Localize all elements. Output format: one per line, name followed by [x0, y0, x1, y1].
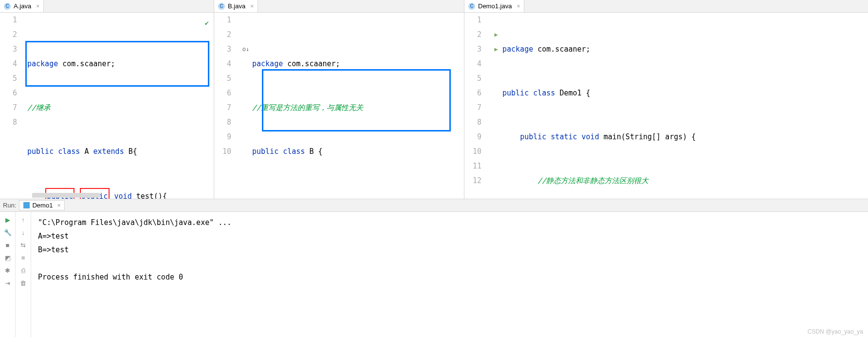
- run-toolbar-secondary: ↑ ↓ ⇆ ≡ ⎙ 🗑: [16, 212, 31, 337]
- tab-demo1-java[interactable]: C Demo1.java ×: [464, 0, 524, 12]
- editor-pane-a: C A.java × ✔ 12345678 package com.scaane…: [0, 0, 214, 199]
- close-icon[interactable]: ×: [57, 202, 60, 209]
- console-line: B=>test: [38, 243, 861, 257]
- bug-icon[interactable]: ✱: [4, 266, 12, 274]
- editor-pane-b: C B.java × 12345678910 o↓ package com.sc…: [214, 0, 464, 199]
- tab-a-java[interactable]: C A.java ×: [0, 0, 44, 12]
- run-gutter-icon[interactable]: ▶: [491, 42, 501, 56]
- wrench-icon[interactable]: 🔧: [4, 228, 12, 236]
- gutter-marks-b: o↓: [240, 13, 251, 199]
- up-arrow-icon[interactable]: ↑: [19, 216, 27, 224]
- tab-bar-b: C B.java ×: [214, 0, 464, 13]
- camera-icon[interactable]: ◩: [4, 254, 12, 262]
- code-area-demo[interactable]: 123456789101112 ▶▶ package com.scaaner; …: [464, 13, 868, 199]
- tab-bar-a: C A.java ×: [0, 0, 214, 13]
- down-arrow-icon[interactable]: ↓: [19, 228, 27, 236]
- run-panel: Run: Demo1 × ▶ 🔧 ■ ◩ ✱ ⇥ ↑ ↓ ⇆ ≡ ⎙: [0, 199, 868, 337]
- run-gutter-icon[interactable]: ▶: [491, 27, 501, 42]
- run-tab-label: Demo1: [32, 202, 53, 209]
- console-line: Process finished with exit code 0: [38, 270, 861, 284]
- run-tab-demo1[interactable]: Demo1 ×: [19, 200, 65, 210]
- code-area-b[interactable]: 12345678910 o↓ package com.scaaner; //重写…: [214, 13, 464, 199]
- watermark: CSDN @yao_yao_ya: [808, 328, 863, 335]
- scroll-to-end-icon[interactable]: ≡: [19, 254, 27, 262]
- gutter-a: 12345678: [0, 13, 26, 199]
- close-icon[interactable]: ×: [517, 3, 520, 10]
- gutter-marks-demo: ▶▶: [491, 13, 501, 199]
- stop-icon[interactable]: ■: [4, 241, 12, 249]
- run-toolbar-primary: ▶ 🔧 ■ ◩ ✱ ⇥: [0, 212, 16, 337]
- gutter-demo: 123456789101112: [464, 13, 491, 199]
- console-output[interactable]: "C:\Program Files\java\jdk\bin\java.exe"…: [31, 212, 868, 337]
- horizontal-scrollbar-thumb[interactable]: [32, 193, 100, 198]
- console-line: [38, 257, 861, 270]
- close-icon[interactable]: ×: [36, 3, 39, 10]
- editor-pane-demo: C Demo1.java × 123456789101112 ▶▶ packag…: [464, 0, 868, 199]
- rerun-icon[interactable]: ▶: [4, 216, 12, 224]
- tab-label: A.java: [14, 2, 31, 10]
- tab-b-java[interactable]: C B.java ×: [214, 0, 258, 12]
- run-config-icon: [23, 202, 30, 208]
- tab-label: B.java: [228, 2, 245, 10]
- java-class-icon: C: [218, 3, 225, 10]
- soft-wrap-icon[interactable]: ⇆: [19, 241, 27, 249]
- run-label: Run:: [3, 202, 16, 209]
- print-icon[interactable]: ⎙: [19, 266, 27, 274]
- tab-label: Demo1.java: [478, 2, 512, 10]
- tab-bar-demo: C Demo1.java ×: [464, 0, 868, 13]
- console-line: A=>test: [38, 229, 861, 243]
- trash-icon[interactable]: 🗑: [19, 279, 27, 287]
- java-class-run-icon: C: [468, 3, 475, 10]
- java-class-icon: C: [4, 3, 11, 10]
- gutter-b: 12345678910: [214, 13, 240, 199]
- code-area-a[interactable]: ✔ 12345678 package com.scaaner; //继承 pub…: [0, 13, 214, 199]
- close-icon[interactable]: ×: [250, 3, 254, 10]
- exit-icon[interactable]: ⇥: [4, 279, 12, 287]
- console-line: "C:\Program Files\java\jdk\bin\java.exe"…: [38, 216, 861, 229]
- run-header: Run: Demo1 ×: [0, 199, 868, 212]
